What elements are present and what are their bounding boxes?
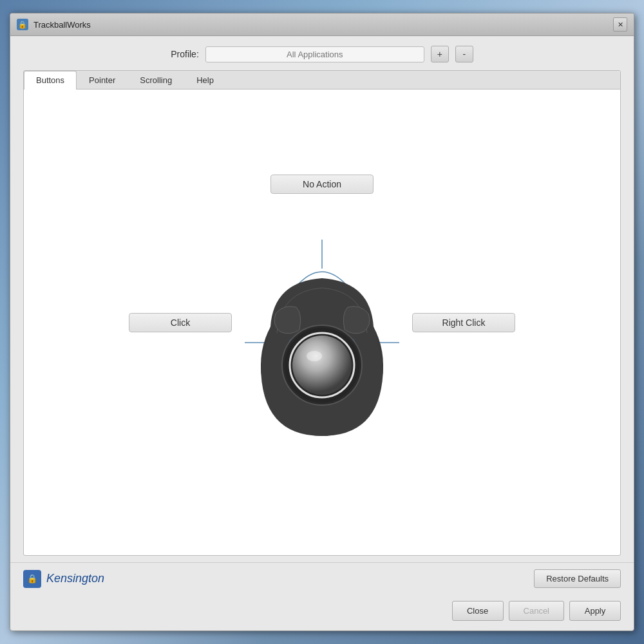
right-click-button[interactable]: Right Click (412, 313, 515, 332)
kensington-icon: 🔒 (23, 570, 41, 588)
add-profile-button[interactable]: + (431, 46, 449, 62)
window-body: Profile: + - Buttons Pointer Scrolling H… (10, 36, 634, 562)
restore-defaults-button[interactable]: Restore Defaults (534, 569, 621, 588)
main-window: 🔒 TrackballWorks ✕ Profile: + - Buttons … (10, 13, 634, 631)
tab-pointer[interactable]: Pointer (77, 71, 128, 89)
trackball-diagram: No Action Click Right Click (129, 168, 515, 477)
window-close-button[interactable]: ✕ (613, 17, 627, 32)
svg-point-9 (307, 351, 322, 361)
window-title: TrackballWorks (33, 20, 91, 30)
title-bar-left: 🔒 TrackballWorks (17, 19, 91, 30)
footer-area: 🔒 Kensington Restore Defaults (10, 562, 634, 594)
trackball-device (238, 230, 406, 436)
bottom-buttons-row: Close Cancel Apply (10, 594, 634, 630)
tab-buttons[interactable]: Buttons (24, 71, 77, 90)
profile-row: Profile: + - (23, 46, 621, 62)
tab-scrolling[interactable]: Scrolling (128, 71, 184, 89)
close-button[interactable]: Close (452, 601, 504, 621)
apply-button[interactable]: Apply (569, 601, 621, 621)
svg-point-8 (292, 336, 352, 395)
tabs-container: Buttons Pointer Scrolling Help No Action… (23, 70, 621, 556)
app-icon: 🔒 (17, 19, 28, 30)
remove-profile-button[interactable]: - (455, 46, 473, 62)
tab-bar: Buttons Pointer Scrolling Help (24, 71, 620, 90)
click-button[interactable]: Click (129, 313, 232, 332)
profile-label: Profile: (171, 49, 199, 59)
title-bar: 🔒 TrackballWorks ✕ (10, 14, 634, 36)
tab-help[interactable]: Help (184, 71, 226, 89)
kensington-logo: 🔒 Kensington (23, 570, 104, 588)
kensington-brand-name: Kensington (46, 572, 104, 585)
no-action-button[interactable]: No Action (270, 175, 374, 194)
tab-content-buttons: No Action Click Right Click (24, 90, 620, 555)
profile-input[interactable] (205, 46, 424, 62)
cancel-button[interactable]: Cancel (509, 601, 564, 621)
